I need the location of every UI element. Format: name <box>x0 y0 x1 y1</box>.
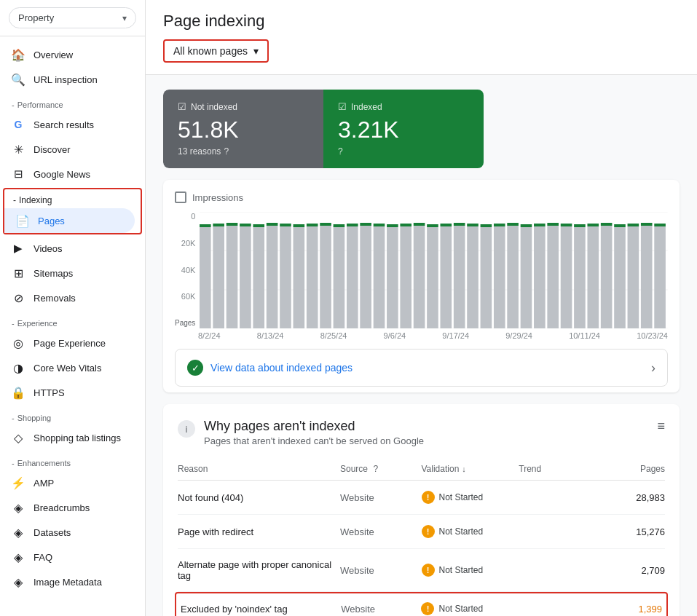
sidebar-item-discover[interactable]: ✳ Discover <box>0 137 139 162</box>
svg-rect-71 <box>641 223 653 226</box>
sidebar-item-url-inspection[interactable]: 🔍 URL inspection <box>0 67 139 92</box>
sidebar-item-https[interactable]: 🔒 HTTPS <box>0 380 139 405</box>
image-metadata-icon: ◈ <box>12 575 25 588</box>
sidebar-section-indexing: - Indexing <box>4 189 141 208</box>
x-label-5: 9/17/24 <box>442 331 469 340</box>
help-icon[interactable]: ? <box>224 146 229 157</box>
sidebar-item-google-news[interactable]: ⊟ Google News <box>0 162 139 186</box>
row3-pages: 2,709 <box>600 565 665 576</box>
sidebar-item-label: Image Metadata <box>34 577 102 588</box>
sidebar-item-pages[interactable]: 📄 Pages <box>4 208 135 233</box>
svg-rect-30 <box>374 226 385 328</box>
why-header: i Why pages aren't indexed Pages that ar… <box>178 419 665 446</box>
col-header-source: Source ? <box>340 464 422 474</box>
sidebar-item-datasets[interactable]: ◈ Datasets <box>0 520 139 545</box>
svg-rect-64 <box>601 226 613 328</box>
sidebar-item-label: Core Web Vitals <box>34 363 101 374</box>
svg-rect-35 <box>401 224 412 226</box>
svg-rect-11 <box>240 224 251 226</box>
filter-arrow-icon: ▾ <box>253 45 259 57</box>
y-value-0: 0 <box>175 212 195 221</box>
row3-validation: ! Not Started <box>422 564 519 577</box>
table-row[interactable]: Not found (404) Website ! Not Started 28… <box>178 481 665 515</box>
sidebar-item-label: URL inspection <box>34 74 98 85</box>
google-icon: G <box>12 118 25 131</box>
help-icon[interactable]: ? <box>338 146 343 157</box>
sidebar-item-faq[interactable]: ◈ FAQ <box>0 545 139 569</box>
sidebar-item-label: Page Experience <box>34 338 106 349</box>
sidebar-item-removals[interactable]: ⊘ Removals <box>0 285 139 310</box>
sidebar-item-label: Removals <box>34 293 76 304</box>
filter-dropdown[interactable]: All known pages ▾ <box>163 39 269 63</box>
svg-rect-15 <box>267 223 278 226</box>
datasets-icon: ◈ <box>12 526 25 539</box>
sidebar-item-page-experience[interactable]: ◎ Page Experience <box>0 331 139 355</box>
row4-source: Website <box>341 604 421 615</box>
svg-rect-32 <box>387 227 398 328</box>
table-row[interactable]: Alternate page with proper canonical tag… <box>178 549 665 592</box>
svg-rect-28 <box>361 226 372 328</box>
warning-icon: ! <box>421 602 434 615</box>
indexed-value: 3.21K <box>338 117 469 143</box>
sidebar-item-breadcrumbs[interactable]: ◈ Breadcrumbs <box>0 495 139 520</box>
svg-rect-24 <box>334 227 345 328</box>
not-indexed-reasons: 13 reasons <box>178 146 221 157</box>
svg-rect-31 <box>374 224 385 226</box>
svg-rect-25 <box>334 224 345 227</box>
chart-container: Impressions Pages 60K 40K 20K 0 <box>163 180 680 392</box>
sidebar-item-shopping-tab[interactable]: ◇ Shopping tab listings <box>0 425 139 450</box>
x-label-3: 8/25/24 <box>320 331 347 340</box>
why-section: i Why pages aren't indexed Pages that ar… <box>163 404 680 616</box>
sidebar-item-amp[interactable]: ⚡ AMP <box>0 470 139 495</box>
filter-rows-icon[interactable]: ≡ <box>657 419 665 434</box>
x-label-1: 8/2/24 <box>198 331 221 340</box>
sidebar-item-sitemaps[interactable]: ⊞ Sitemaps <box>0 261 139 285</box>
view-data-link[interactable]: ✓ View data about indexed pages › <box>175 349 668 387</box>
sidebar-item-core-web-vitals[interactable]: ◑ Core Web Vitals <box>0 355 139 380</box>
section-arrow: - <box>12 100 15 109</box>
svg-rect-47 <box>481 224 492 227</box>
property-selector[interactable]: Property ▾ <box>9 7 136 28</box>
sidebar-item-image-metadata[interactable]: ◈ Image Metadata <box>0 569 139 594</box>
svg-rect-56 <box>548 226 559 328</box>
svg-rect-6 <box>213 226 225 328</box>
checkbox-icon: ☑ <box>338 101 347 112</box>
sidebar-item-overview[interactable]: 🏠 Overview <box>0 42 139 67</box>
svg-rect-22 <box>320 226 332 328</box>
svg-rect-37 <box>414 223 425 226</box>
svg-rect-34 <box>401 226 412 328</box>
row1-source: Website <box>340 492 422 503</box>
svg-rect-10 <box>240 226 251 328</box>
indexed-sub: ? <box>338 146 469 157</box>
svg-rect-59 <box>561 224 572 226</box>
sidebar-item-videos[interactable]: ▶ Videos <box>0 236 139 261</box>
svg-rect-69 <box>628 224 639 226</box>
row1-reason: Not found (404) <box>178 492 340 503</box>
svg-rect-63 <box>588 224 599 226</box>
sort-arrow-icon[interactable]: ↓ <box>462 465 466 473</box>
x-label-2: 8/13/24 <box>257 331 284 340</box>
table-row[interactable]: Page with redirect Website ! Not Started… <box>178 515 665 549</box>
sidebar-item-label: Sitemaps <box>34 268 73 279</box>
not-indexed-card: ☑ Not indexed 51.8K 13 reasons ? <box>163 90 323 168</box>
table-row[interactable]: Excluded by 'noindex' tag Website ! Not … <box>175 592 668 616</box>
svg-rect-21 <box>307 224 318 226</box>
why-subtitle: Pages that aren't indexed can't be serve… <box>204 435 424 446</box>
svg-rect-40 <box>441 226 452 328</box>
x-label-4: 9/6/24 <box>384 331 406 340</box>
y-value-60k: 60K <box>175 292 195 301</box>
not-indexed-label: Not indexed <box>191 102 237 112</box>
sidebar-section-shopping: - Shopping <box>0 405 145 425</box>
sidebar-item-label: FAQ <box>34 552 52 563</box>
index-cards: ☑ Not indexed 51.8K 13 reasons ? ☑ Index… <box>163 90 542 168</box>
row2-source: Website <box>340 526 422 537</box>
svg-rect-26 <box>347 226 358 328</box>
svg-rect-70 <box>641 226 653 328</box>
svg-rect-17 <box>280 224 292 226</box>
source-help-icon[interactable]: ? <box>373 464 378 474</box>
impressions-checkbox[interactable] <box>175 191 186 203</box>
y-value-40k: 40K <box>175 266 195 275</box>
chart-header: Impressions <box>175 191 668 203</box>
sidebar-item-search-results[interactable]: G Search results <box>0 112 139 137</box>
indexed-label: Indexed <box>351 102 382 112</box>
